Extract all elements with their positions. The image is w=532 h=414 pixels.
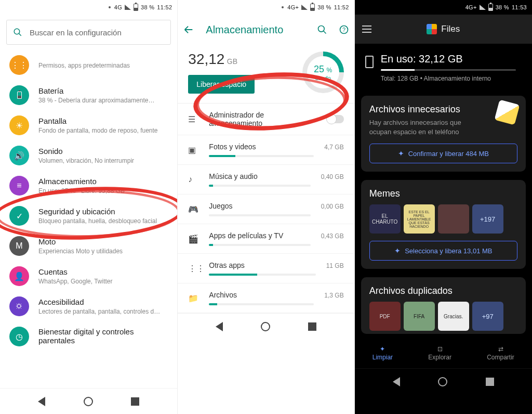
sparkle-icon: ✦ xyxy=(380,345,385,353)
tab-share[interactable]: ⇄Compartir xyxy=(487,345,514,361)
settings-row-sound[interactable]: 🔊SonidoVolumen, vibración, No interrumpi… xyxy=(0,140,177,171)
folder-icon: 📁 xyxy=(188,293,198,303)
settings-row-security[interactable]: ✓Seguridad y ubicaciónBloqueo pantalla, … xyxy=(0,201,177,231)
storage-summary: 32,12 GB Liberar espacio 25 %usado xyxy=(178,45,354,104)
settings-panel: 4G 38 %11:52 Buscar en la configuración … xyxy=(0,0,177,414)
settings-row-storage[interactable]: ≡AlmacenamientoEn uso: 25 % - Libre: 95,… xyxy=(0,171,177,201)
recents-button[interactable] xyxy=(308,322,316,331)
thumbnail[interactable]: FIFA xyxy=(404,302,435,331)
apps-icon: ⋮⋮ xyxy=(188,264,198,274)
android-navbar xyxy=(178,313,354,339)
settings-row-accessibility[interactable]: ⛭AccesibilidadLectores de pantalla, pant… xyxy=(0,291,177,321)
settings-list: ⋮⋮Permisos, apps predeterminadas Batería… xyxy=(0,50,177,388)
back-button[interactable] xyxy=(393,377,400,386)
free-space-button[interactable]: Liberar espacio xyxy=(188,75,255,94)
share-icon: ⇄ xyxy=(498,345,503,353)
settings-search[interactable]: Buscar en la configuración xyxy=(6,20,171,45)
status-bar: 4G 38 %11:52 xyxy=(0,0,177,15)
files-logo-icon xyxy=(427,24,437,34)
confirm-free-button[interactable]: ✦Confirmar y liberar 484 MB xyxy=(369,144,517,163)
brush-icon xyxy=(494,100,520,125)
thumbnail[interactable]: ESTE ES EL PAPEL LAMENTABLE QUE ESTÁS HA… xyxy=(404,204,435,234)
phone-icon xyxy=(365,56,374,68)
search-icon xyxy=(13,28,22,37)
recents-button[interactable] xyxy=(486,378,494,386)
storage-header: Almacenamiento ? xyxy=(178,15,354,45)
search-icon[interactable] xyxy=(317,24,327,35)
cat-files[interactable]: 📁Archivos1,3 GB xyxy=(178,283,354,313)
used-amount: 32,12 xyxy=(188,51,224,67)
recents-button[interactable] xyxy=(131,397,139,406)
help-icon[interactable]: ? xyxy=(339,24,349,35)
cat-games[interactable]: 🎮Juegos0,00 GB xyxy=(178,195,354,224)
cat-movies[interactable]: 🎬Apps de películas y TV0,43 GB xyxy=(178,224,354,254)
svg-line-3 xyxy=(323,31,326,34)
sparkle-icon: ✦ xyxy=(394,247,401,255)
tab-browse[interactable]: ⊡Explorar xyxy=(428,345,451,361)
svg-point-0 xyxy=(14,29,20,34)
settings-row-apps[interactable]: ⋮⋮Permisos, apps predeterminadas xyxy=(0,50,177,80)
sparkle-icon: ✦ xyxy=(398,149,404,158)
settings-row-display[interactable]: ☀PantallaFondo de pantalla, modo de repo… xyxy=(0,110,177,140)
folder-icon: ⊡ xyxy=(437,345,443,353)
files-header: Files xyxy=(355,15,532,44)
settings-row-wellbeing[interactable]: ◷Bienestar digital y controles parentale… xyxy=(0,321,177,352)
android-navbar xyxy=(355,368,532,394)
svg-line-1 xyxy=(19,33,21,36)
cat-other[interactable]: ⋮⋮Otras apps11 GB xyxy=(178,254,354,283)
select-free-button[interactable]: ✦Selecciona y libera 13,01 MB xyxy=(369,241,517,261)
usage-ring: 25 %usado xyxy=(302,51,344,93)
settings-row-battery[interactable]: Batería38 % - Debería durar aproximadame… xyxy=(0,80,177,110)
svg-point-2 xyxy=(318,26,324,32)
app-title: Files xyxy=(441,24,460,34)
back-arrow-icon[interactable] xyxy=(183,24,194,35)
card-junk: Archivos innecesarios Hay archivos innec… xyxy=(361,96,526,172)
usage-total: Total: 128 GB • Almacenamiento interno xyxy=(381,75,516,82)
status-bar: 4G+ 38 %11:52 xyxy=(178,0,354,15)
music-icon: ♪ xyxy=(188,175,198,184)
settings-row-accounts[interactable]: 👤CuentasWhatsApp, Google, Twitter xyxy=(0,261,177,291)
status-bar: 4G+ 38 %11:53 xyxy=(355,0,532,15)
search-placeholder: Buscar en la configuración xyxy=(30,28,122,37)
card-duplicates: Archivos duplicados PDF FIFA Gracias. +9… xyxy=(361,277,526,334)
settings-row-moto[interactable]: MMotoExperiencias Moto y utilidades xyxy=(0,231,177,261)
android-navbar xyxy=(0,388,177,414)
svg-text:?: ? xyxy=(342,27,345,33)
page-title: Almacenamiento xyxy=(206,24,305,36)
storage-manager-row[interactable]: ☰ Administrador de almacenamiento xyxy=(178,104,354,135)
back-button[interactable] xyxy=(216,322,223,331)
thumbnail[interactable] xyxy=(438,204,469,234)
thumbnail[interactable]: PDF xyxy=(369,302,401,331)
tab-clean[interactable]: ✦Limpiar xyxy=(373,345,393,361)
list-icon: ☰ xyxy=(188,114,198,124)
home-button[interactable] xyxy=(261,322,270,331)
thumbnail[interactable]: Gracias. xyxy=(438,302,469,331)
menu-icon[interactable] xyxy=(362,25,371,33)
home-button[interactable] xyxy=(438,377,447,386)
cat-music[interactable]: ♪Música y audio0,40 GB xyxy=(178,165,354,195)
files-panel: 4G+ 38 %11:53 Files En uso: 32,12 GB Tot… xyxy=(355,0,532,414)
thumbnail-more[interactable]: +97 xyxy=(472,302,503,331)
thumbnail-more[interactable]: +197 xyxy=(472,204,503,234)
bottom-tabs: ✦Limpiar ⊡Explorar ⇄Compartir xyxy=(355,338,532,368)
back-button[interactable] xyxy=(38,397,45,406)
home-button[interactable] xyxy=(84,397,93,406)
card-memes: Memes EL CHARUTO ESTE ES EL PAPEL LAMENT… xyxy=(361,180,526,269)
usage-summary: En uso: 32,12 GB Total: 128 GB • Almacen… xyxy=(355,44,532,92)
cat-photos[interactable]: ▣Fotos y videos4,7 GB xyxy=(178,135,354,165)
usage-label: En uso: 32,12 GB xyxy=(381,53,516,65)
gamepad-icon: 🎮 xyxy=(188,204,198,214)
image-icon: ▣ xyxy=(188,145,198,155)
storage-panel: 4G+ 38 %11:52 Almacenamiento ? 32,12 GB … xyxy=(177,0,354,414)
thumbnail[interactable]: EL CHARUTO xyxy=(369,204,401,234)
storage-manager-toggle[interactable] xyxy=(327,115,344,123)
movie-icon: 🎬 xyxy=(188,234,198,244)
